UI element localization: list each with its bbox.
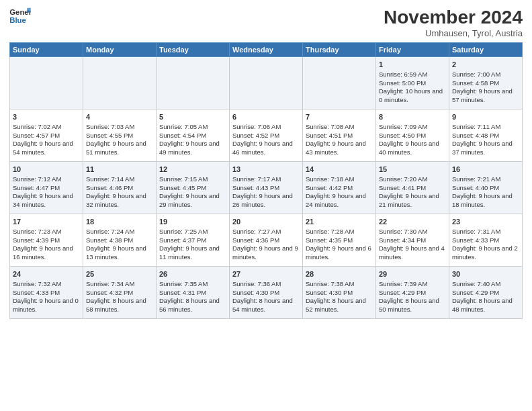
day-info-line: Sunrise: 7:08 AM bbox=[306, 123, 373, 132]
day-info-line: Daylight: 9 hours and 49 minutes. bbox=[159, 140, 226, 157]
calendar-container: General Blue November 2024 Umhausen, Tyr… bbox=[0, 0, 532, 411]
cell-w2-d1: 3Sunrise: 7:02 AMSunset: 4:57 PMDaylight… bbox=[10, 109, 83, 162]
logo: General Blue bbox=[9, 7, 31, 26]
day-info-line: Sunset: 4:51 PM bbox=[306, 132, 373, 140]
cell-w3-d4: 13Sunrise: 7:17 AMSunset: 4:43 PMDayligh… bbox=[230, 162, 303, 214]
day-info-line: Sunset: 4:35 PM bbox=[306, 236, 373, 245]
col-wednesday: Wednesday bbox=[230, 43, 303, 57]
cell-w1-d4 bbox=[230, 57, 303, 109]
day-number: 2 bbox=[452, 60, 519, 70]
day-info-line: Sunset: 4:37 PM bbox=[159, 236, 226, 245]
day-number: 20 bbox=[232, 217, 300, 227]
day-number: 13 bbox=[232, 165, 300, 175]
day-number: 30 bbox=[452, 269, 519, 279]
week-row-1: 1Sunrise: 6:59 AMSunset: 5:00 PMDaylight… bbox=[10, 57, 523, 109]
day-info-line: Daylight: 9 hours and 40 minutes. bbox=[379, 140, 446, 157]
day-info-line: Sunrise: 7:05 AM bbox=[159, 123, 226, 132]
day-info-line: Sunrise: 7:23 AM bbox=[13, 228, 80, 236]
day-info-line: Daylight: 9 hours and 51 minutes. bbox=[86, 140, 153, 157]
day-info-line: Daylight: 9 hours and 57 minutes. bbox=[452, 87, 519, 105]
cell-w5-d4: 27Sunrise: 7:36 AMSunset: 4:30 PMDayligh… bbox=[230, 267, 303, 319]
col-thursday: Thursday bbox=[303, 43, 376, 57]
day-info-line: Daylight: 8 hours and 58 minutes. bbox=[86, 297, 153, 314]
day-info-line: Sunrise: 7:28 AM bbox=[306, 228, 373, 236]
day-info-line: Sunrise: 7:31 AM bbox=[452, 228, 519, 236]
day-info-line: Sunrise: 7:27 AM bbox=[232, 228, 300, 236]
week-row-5: 24Sunrise: 7:32 AMSunset: 4:33 PMDayligh… bbox=[10, 267, 523, 319]
day-info-line: Daylight: 9 hours and 21 minutes. bbox=[379, 192, 446, 210]
cell-w1-d7: 2Sunrise: 7:00 AMSunset: 4:58 PMDaylight… bbox=[449, 57, 523, 109]
day-info-line: Sunset: 4:36 PM bbox=[232, 236, 300, 245]
cell-w1-d3 bbox=[157, 57, 230, 109]
day-info-line: Sunset: 4:29 PM bbox=[379, 289, 446, 298]
day-info-line: Daylight: 8 hours and 50 minutes. bbox=[379, 297, 446, 314]
day-info-line: Daylight: 9 hours and 43 minutes. bbox=[306, 140, 373, 157]
day-info-line: Sunrise: 7:18 AM bbox=[306, 175, 373, 184]
cell-w5-d1: 24Sunrise: 7:32 AMSunset: 4:33 PMDayligh… bbox=[10, 267, 83, 319]
cell-w4-d6: 22Sunrise: 7:30 AMSunset: 4:34 PMDayligh… bbox=[376, 214, 449, 267]
day-info-line: Sunrise: 7:34 AM bbox=[86, 280, 153, 289]
day-info-line: Sunset: 5:00 PM bbox=[379, 79, 446, 88]
day-info-line: Sunset: 4:58 PM bbox=[452, 79, 519, 88]
day-info-line: Daylight: 9 hours and 13 minutes. bbox=[86, 244, 153, 262]
col-monday: Monday bbox=[83, 43, 157, 57]
day-number: 6 bbox=[232, 112, 300, 122]
day-info-line: Daylight: 8 hours and 54 minutes. bbox=[232, 297, 300, 314]
day-info-line: Sunrise: 7:11 AM bbox=[452, 123, 519, 132]
day-info-line: Sunset: 4:32 PM bbox=[86, 289, 153, 298]
day-number: 8 bbox=[379, 112, 446, 122]
day-number: 7 bbox=[306, 112, 373, 122]
day-info-line: Sunrise: 7:24 AM bbox=[86, 228, 153, 236]
cell-w2-d7: 9Sunrise: 7:11 AMSunset: 4:48 PMDaylight… bbox=[449, 109, 523, 162]
day-info-line: Daylight: 9 hours and 4 minutes. bbox=[379, 244, 446, 262]
cell-w2-d2: 4Sunrise: 7:03 AMSunset: 4:55 PMDaylight… bbox=[83, 109, 157, 162]
day-info-line: Sunset: 4:48 PM bbox=[452, 132, 519, 140]
header: General Blue November 2024 Umhausen, Tyr… bbox=[9, 7, 523, 38]
day-info-line: Sunset: 4:34 PM bbox=[379, 236, 446, 245]
day-number: 5 bbox=[159, 112, 226, 122]
cell-w1-d2 bbox=[83, 57, 157, 109]
cell-w2-d6: 8Sunrise: 7:09 AMSunset: 4:50 PMDaylight… bbox=[376, 109, 449, 162]
cell-w3-d2: 11Sunrise: 7:14 AMSunset: 4:46 PMDayligh… bbox=[83, 162, 157, 214]
day-number: 18 bbox=[86, 217, 153, 227]
day-info-line: Daylight: 8 hours and 52 minutes. bbox=[306, 297, 373, 314]
day-info-line: Daylight: 8 hours and 56 minutes. bbox=[159, 297, 226, 314]
day-info-line: Sunset: 4:38 PM bbox=[86, 236, 153, 245]
day-info-line: Daylight: 9 hours and 34 minutes. bbox=[13, 192, 80, 210]
day-info-line: Daylight: 9 hours and 18 minutes. bbox=[452, 192, 519, 210]
day-info-line: Sunrise: 7:40 AM bbox=[452, 280, 519, 289]
day-info-line: Daylight: 9 hours and 9 minutes. bbox=[232, 244, 300, 262]
header-row: Sunday Monday Tuesday Wednesday Thursday… bbox=[10, 43, 523, 57]
calendar-body: 1Sunrise: 6:59 AMSunset: 5:00 PMDaylight… bbox=[10, 57, 523, 319]
col-saturday: Saturday bbox=[449, 43, 523, 57]
cell-w5-d6: 29Sunrise: 7:39 AMSunset: 4:29 PMDayligh… bbox=[376, 267, 449, 319]
day-info-line: Sunrise: 7:06 AM bbox=[232, 123, 300, 132]
cell-w2-d5: 7Sunrise: 7:08 AMSunset: 4:51 PMDaylight… bbox=[303, 109, 376, 162]
cell-w3-d6: 15Sunrise: 7:20 AMSunset: 4:41 PMDayligh… bbox=[376, 162, 449, 214]
day-info-line: Sunset: 4:29 PM bbox=[452, 289, 519, 298]
day-number: 4 bbox=[86, 112, 153, 122]
title-block: November 2024 Umhausen, Tyrol, Austria bbox=[384, 7, 523, 38]
week-row-2: 3Sunrise: 7:02 AMSunset: 4:57 PMDaylight… bbox=[10, 109, 523, 162]
day-info-line: Daylight: 9 hours and 6 minutes. bbox=[306, 244, 373, 262]
day-number: 15 bbox=[379, 165, 446, 175]
day-info-line: Sunrise: 7:12 AM bbox=[13, 175, 80, 184]
day-info-line: Sunset: 4:33 PM bbox=[452, 236, 519, 245]
day-number: 10 bbox=[13, 165, 80, 175]
day-info-line: Sunrise: 7:36 AM bbox=[232, 280, 300, 289]
day-info-line: Daylight: 9 hours and 46 minutes. bbox=[232, 140, 300, 157]
col-sunday: Sunday bbox=[10, 43, 83, 57]
cell-w5-d2: 25Sunrise: 7:34 AMSunset: 4:32 PMDayligh… bbox=[83, 267, 157, 319]
day-number: 12 bbox=[159, 165, 226, 175]
day-info-line: Sunset: 4:39 PM bbox=[13, 236, 80, 245]
col-tuesday: Tuesday bbox=[157, 43, 230, 57]
day-info-line: Sunset: 4:45 PM bbox=[159, 184, 226, 193]
cell-w2-d4: 6Sunrise: 7:06 AMSunset: 4:52 PMDaylight… bbox=[230, 109, 303, 162]
day-number: 1 bbox=[379, 60, 446, 70]
day-info-line: Daylight: 8 hours and 48 minutes. bbox=[452, 297, 519, 314]
day-info-line: Sunrise: 7:25 AM bbox=[159, 228, 226, 236]
day-info-line: Daylight: 9 hours and 24 minutes. bbox=[306, 192, 373, 210]
cell-w1-d6: 1Sunrise: 6:59 AMSunset: 5:00 PMDaylight… bbox=[376, 57, 449, 109]
cell-w4-d3: 19Sunrise: 7:25 AMSunset: 4:37 PMDayligh… bbox=[157, 214, 230, 267]
cell-w1-d1 bbox=[10, 57, 83, 109]
